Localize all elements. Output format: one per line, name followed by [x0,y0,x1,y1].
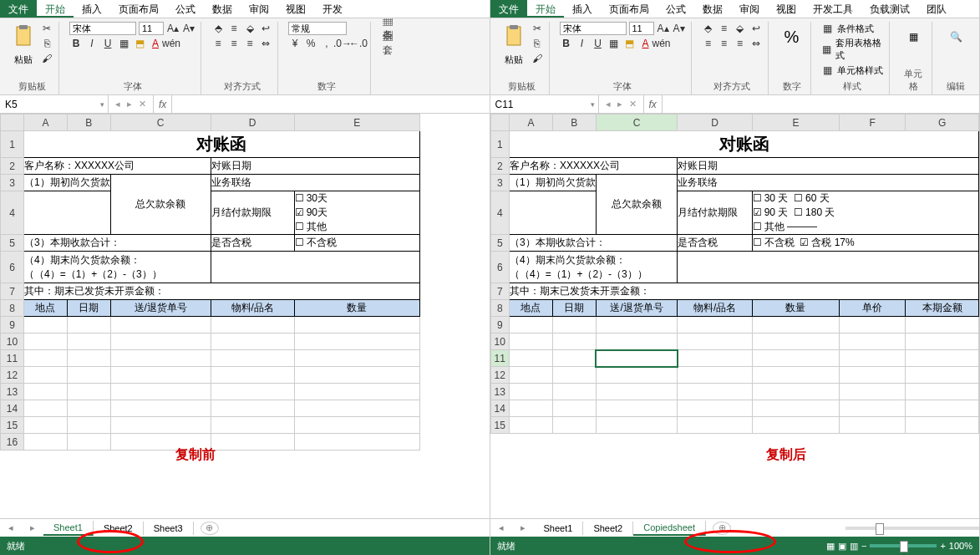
sheet-tab-copied[interactable]: Copiedsheet [633,521,706,536]
merge-icon[interactable]: ⇔ [259,37,272,50]
currency-icon[interactable]: ¥ [288,37,302,50]
shipped-uninvoiced[interactable]: 其中：期末已发货未开票金额： [24,283,420,300]
tab-data[interactable]: 数据 [694,0,731,18]
period-receipts[interactable]: （3）本期收款合计： [24,235,211,252]
sheet-tab-1[interactable]: Sheet1 [534,522,584,535]
align-top-icon[interactable]: ⬘ [702,22,715,35]
paste-button[interactable] [500,22,527,52]
tab-formula[interactable]: 公式 [167,0,204,18]
hdr-date[interactable]: 日期 [552,300,596,317]
sheet-tab-3[interactable]: Sheet3 [144,522,194,535]
col-F[interactable]: F [840,115,906,131]
inc-decimal-icon[interactable]: .0→ [336,37,349,50]
tab-review[interactable]: 审阅 [241,0,277,18]
zoom-slider[interactable] [870,544,937,547]
dec-font-icon[interactable]: A▾ [673,22,686,35]
align-center-icon[interactable]: ≡ [227,37,241,50]
hdr-date[interactable]: 日期 [67,300,110,317]
hdr-material[interactable]: 物料/品名 [211,300,294,317]
border-icon[interactable]: ▦ [607,37,621,50]
sheet-tab-2[interactable]: Sheet2 [94,522,144,535]
payment-term[interactable]: 月结付款期限 [211,191,294,235]
name-box[interactable]: K5 [0,95,109,113]
formula-input[interactable] [662,95,979,113]
sheet-nav-prev[interactable]: ◂ [0,522,22,533]
tab-insert[interactable]: 插入 [564,0,601,18]
view-normal-icon[interactable]: ▦ [826,541,835,552]
tab-load[interactable]: 负载测试 [861,0,918,18]
number-format[interactable] [288,22,347,35]
biz-contact[interactable]: 业务联络 [678,175,979,191]
hdr-material[interactable]: 物料/品名 [678,300,752,317]
percent-icon[interactable]: % [304,37,317,50]
align-center-icon[interactable]: ≡ [718,37,731,50]
hdr-qty[interactable]: 数量 [294,300,419,317]
tab-layout[interactable]: 页面布局 [601,0,658,18]
worksheet[interactable]: ABCDEFG 1对账函 2客户名称：XXXXXX公司对账日期 3（1）期初尚欠… [490,114,980,518]
paste-button[interactable] [10,22,37,52]
col-B[interactable]: B [67,115,110,131]
cut-icon[interactable]: ✂ [531,22,544,35]
tab-view[interactable]: 视图 [277,0,314,18]
align-middle-icon[interactable]: ≡ [718,22,731,35]
tab-data[interactable]: 数据 [204,0,241,18]
view-break-icon[interactable]: ▥ [850,541,858,552]
formatpainter-icon[interactable]: 🖌 [40,52,53,65]
opening-debt[interactable]: （1）期初尚欠货款 [24,175,111,191]
col-B[interactable]: B [552,115,596,131]
underline-icon[interactable]: U [592,37,605,50]
col-G[interactable]: G [906,115,979,131]
col-E[interactable]: E [752,115,839,131]
col-A[interactable]: A [24,115,68,131]
col-C[interactable]: C [596,115,678,131]
tab-insert[interactable]: 插入 [74,0,110,18]
dec-font-icon[interactable]: A▾ [182,22,195,35]
align-right-icon[interactable]: ≡ [734,37,747,50]
align-middle-icon[interactable]: ≡ [227,22,241,35]
zoom-level[interactable]: 100% [949,541,972,551]
col-A[interactable]: A [510,115,553,131]
hdr-location[interactable]: 地点 [510,300,553,317]
table-format-icon[interactable]: ▦套 [381,37,394,50]
col-D[interactable]: D [678,115,752,131]
font-color-icon[interactable]: A [639,37,652,50]
copy-icon[interactable]: ⎘ [40,37,53,50]
closing-debt[interactable]: （4）期末尚欠货款余额： （（4）=（1）+（2）-（3）） [24,252,211,283]
formula-input[interactable] [171,95,489,113]
formatpainter-icon[interactable]: 🖌 [531,52,544,65]
closing-debt[interactable]: （4）期末尚欠货款余额： （（4）=（1）+（2）-（3）） [510,252,678,283]
align-left-icon[interactable]: ≡ [702,37,715,50]
fx-label[interactable]: fx [644,99,662,110]
align-left-icon[interactable]: ≡ [211,37,225,50]
term-checks[interactable]: ☐30 天 ☐60 天☑90 天 ☐180 天☐其他 ——— [752,191,978,235]
hdr-slip[interactable]: 送/退货单号 [596,300,678,317]
opening-debt[interactable]: （1）期初尚欠货款 [510,175,597,191]
font-size[interactable] [139,22,164,35]
tab-file[interactable]: 文件 [0,0,37,18]
worksheet[interactable]: ABCDE 1对账函 2客户名称：XXXXXX公司对账日期 3（1）期初尚欠货款… [0,114,490,518]
row-1[interactable]: 1 [1,131,24,158]
find-icon[interactable]: 🔍 [942,22,969,52]
recon-date[interactable]: 对账日期 [211,158,419,175]
payment-term[interactable]: 月结付款期限 [678,191,752,235]
underline-icon[interactable]: U [101,37,114,50]
tab-formula[interactable]: 公式 [658,0,694,18]
sheet-nav-next[interactable]: ▸ [22,522,43,533]
tab-dev[interactable]: 开发工具 [805,0,861,18]
customer-name[interactable]: 客户名称：XXXXXX公司 [510,158,678,175]
zoom-in-icon[interactable]: + [940,541,945,551]
fill-color-icon[interactable]: ⬒ [623,37,637,50]
dec-decimal-icon[interactable]: ←.0 [352,37,365,50]
tab-review[interactable]: 审阅 [731,0,768,18]
font-name[interactable] [560,22,627,35]
col-E[interactable]: E [294,115,419,131]
merge-icon[interactable]: ⇔ [749,37,763,50]
customer-name[interactable]: 客户名称：XXXXXX公司 [24,158,211,175]
hdr-price[interactable]: 单价 [840,300,906,317]
tab-view[interactable]: 视图 [768,0,805,18]
copy-icon[interactable]: ⎘ [531,37,544,50]
fill-color-icon[interactable]: ⬒ [133,37,146,50]
wrap-icon[interactable]: ↩ [259,22,272,35]
tax-options[interactable]: ☐不含税 [294,235,419,252]
number-icon[interactable]: % [779,22,805,52]
